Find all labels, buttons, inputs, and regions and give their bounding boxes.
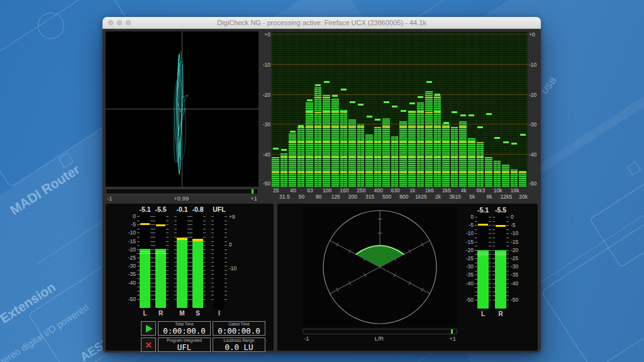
meter-fill xyxy=(192,239,203,308)
zoom-button[interactable] xyxy=(126,20,131,25)
spectrum-bar xyxy=(306,102,313,187)
frequency-label: 315 xyxy=(365,194,374,200)
play-icon xyxy=(146,325,153,332)
meter-readout-R: -5.5 xyxy=(153,206,169,214)
frequency-label: 8k xyxy=(486,194,492,200)
spectrum-bar xyxy=(297,127,305,187)
spectrum-peak-marker xyxy=(503,141,509,143)
play-button[interactable] xyxy=(141,321,156,336)
spectrum-band xyxy=(468,31,477,187)
frequency-label: 250 xyxy=(357,187,365,194)
scale-label: -5 xyxy=(131,221,136,228)
correlation-min-label: -1 xyxy=(304,335,309,342)
meter-readout-R: -5.5 xyxy=(492,206,509,214)
correlation-min-label: -1 xyxy=(107,195,112,202)
spectrum-gridline xyxy=(272,34,528,35)
spectrum-peak-marker xyxy=(375,119,380,121)
channel-label-L: L xyxy=(137,310,153,317)
scale-label: -25 xyxy=(466,255,474,261)
meter-L[interactable] xyxy=(140,214,150,309)
correlation-track[interactable] xyxy=(106,189,258,194)
spectrum-scale-right: +0-10-20-30-40-50 xyxy=(528,31,538,187)
db-scale-label: -30 xyxy=(263,121,270,128)
spectrum-bar xyxy=(280,153,288,187)
meter-M[interactable] xyxy=(177,214,187,309)
spectrum-bar xyxy=(272,157,279,187)
scale-label: -20 xyxy=(466,247,474,253)
meter-I[interactable] xyxy=(214,214,225,309)
spectrum-gridline xyxy=(272,94,528,95)
reset-button[interactable]: ✕ xyxy=(141,337,156,352)
frequency-label: 160 xyxy=(340,187,348,194)
spectrum-bar xyxy=(511,169,518,187)
surround-panel[interactable]: -1 L/R +1 -5.1-5.50-5-10-15-20-25-30-35-… xyxy=(277,204,538,351)
frequency-label: 5k xyxy=(469,194,475,200)
vectorscope-panel[interactable] xyxy=(106,31,258,187)
correlation-track[interactable] xyxy=(303,329,457,334)
scale-label: -15 xyxy=(511,239,518,245)
level-meter-panel[interactable]: -5.1-5.5-0.1-0.8UFL0-5-10-15-20-25-30-35… xyxy=(106,204,274,351)
frequency-label: 63 xyxy=(307,187,313,194)
close-button[interactable] xyxy=(108,20,113,25)
surround-display[interactable] xyxy=(303,206,457,327)
scale-label: +9 xyxy=(229,214,235,220)
minimize-button[interactable] xyxy=(117,20,122,25)
meter-readout-M: -0.1 xyxy=(174,206,190,214)
spectrum-bar xyxy=(408,111,416,187)
meter-S[interactable] xyxy=(192,214,203,309)
spectrum-plot[interactable] xyxy=(272,31,528,187)
spectrum-band xyxy=(442,31,451,187)
spectrum-bar xyxy=(459,121,467,187)
spectrum-bar xyxy=(417,102,425,187)
scale-label: 0 xyxy=(511,214,514,220)
spectrum-bar xyxy=(314,87,322,187)
meter-R[interactable] xyxy=(495,214,506,310)
scale-label: -15 xyxy=(466,239,474,245)
spectrum-bar xyxy=(442,124,450,187)
scale-label: -5 xyxy=(469,222,474,228)
meter-peak-hold xyxy=(478,224,488,226)
spectrum-peak-marker xyxy=(315,84,321,86)
reset-x-icon: ✕ xyxy=(145,341,152,349)
meter-block-right: -5.1-5.50-5-10-15-20-25-30-35-40-500-5-1… xyxy=(462,206,538,351)
spectrum-bar xyxy=(502,165,509,187)
channel-label-R: R xyxy=(492,310,509,318)
channel-label-I: I xyxy=(211,310,227,317)
frequency-label: 200 xyxy=(348,194,357,200)
spectrum-peak-marker xyxy=(435,94,440,96)
meter-fill xyxy=(177,238,187,308)
spectrum-band xyxy=(314,31,323,187)
spectrum-peak-marker xyxy=(460,114,466,116)
spectrum-peak-marker xyxy=(273,148,279,150)
spectrum-band xyxy=(425,31,434,187)
spectrum-band xyxy=(365,31,374,187)
spectrum-peak-marker xyxy=(392,106,397,107)
meter-readout-S: -0.8 xyxy=(190,206,206,214)
spectrum-peak-marker xyxy=(418,96,423,98)
spectrum-bar xyxy=(357,124,365,187)
window-titlebar[interactable]: DigiCheck NG - processing active: Firefa… xyxy=(103,17,541,29)
frequency-label: 50 xyxy=(299,194,304,200)
spectrum-bar xyxy=(374,127,382,187)
spectrum-band xyxy=(485,31,494,187)
frequency-label: 630 xyxy=(391,187,400,194)
db-scale-label: -20 xyxy=(263,92,270,98)
spectrum-band xyxy=(382,31,391,187)
scale-label: -10 xyxy=(466,230,474,236)
frequency-label: 400 xyxy=(374,187,382,194)
correlation-indicator xyxy=(252,189,253,194)
scale-label: 0 xyxy=(133,213,136,219)
frequency-label: 16k xyxy=(511,187,519,194)
frequency-label: 1k25 xyxy=(415,194,426,200)
spectrum-peak-marker xyxy=(324,81,330,83)
spectrum-bar xyxy=(399,121,407,187)
vectorscope-correlation: -1 +0.99 +1 xyxy=(106,189,258,202)
meter-L[interactable] xyxy=(477,214,489,310)
total-time-value: 0:00:00.0 xyxy=(163,327,206,335)
meter-yellow-cap xyxy=(192,239,203,241)
meter-R[interactable] xyxy=(155,214,166,309)
spectrum-band xyxy=(272,31,280,187)
db-scale-label: -20 xyxy=(529,92,536,98)
meter-readout-I: UFL xyxy=(211,206,227,214)
frequency-label: 6k3 xyxy=(477,187,486,194)
